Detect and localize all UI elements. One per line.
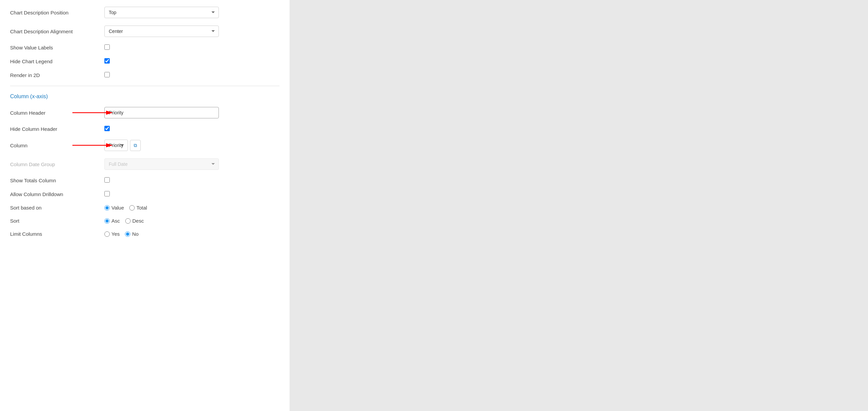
column-date-group-label: Column Date Group (10, 162, 104, 167)
sort-options: Asc Desc (104, 218, 144, 224)
show-totals-column-label: Show Totals Column (10, 178, 104, 183)
column-field-control: Priority ⧉ (104, 140, 141, 151)
allow-column-drilldown-row: Allow Column Drilldown (10, 191, 279, 198)
chart-description-position-row: Chart Description Position TopBottomLeft… (10, 7, 279, 18)
hide-column-header-row: Hide Column Header (10, 126, 279, 132)
sort-asc-option[interactable]: Asc (104, 218, 120, 224)
show-totals-column-control (104, 177, 219, 184)
allow-column-drilldown-checkbox[interactable] (104, 191, 110, 197)
limit-columns-yes-radio[interactable] (104, 231, 110, 237)
sort-desc-label: Desc (132, 218, 144, 224)
sort-desc-radio[interactable] (125, 218, 131, 224)
sort-based-on-value-option[interactable]: Value (104, 205, 124, 210)
sort-asc-radio[interactable] (104, 218, 110, 224)
limit-columns-no-radio[interactable] (125, 231, 130, 237)
hide-column-header-control (104, 126, 219, 132)
limit-columns-no-label: No (132, 231, 138, 237)
sort-based-on-value-label: Value (112, 205, 124, 210)
chart-description-alignment-control: CenterLeftRight (104, 26, 219, 37)
external-link-icon: ⧉ (134, 143, 137, 148)
limit-columns-yes-label: Yes (112, 231, 120, 237)
sort-label: Sort (10, 218, 104, 224)
show-value-labels-control (104, 44, 219, 51)
right-panel (289, 0, 868, 411)
render-in-2d-label: Render in 2D (10, 72, 104, 78)
show-totals-column-row: Show Totals Column (10, 177, 279, 184)
chart-description-position-select[interactable]: TopBottomLeftRight (104, 7, 219, 18)
hide-column-header-label: Hide Column Header (10, 126, 104, 132)
sort-row: Sort Asc Desc (10, 218, 279, 224)
column-section-title: Column (x-axis) (10, 94, 279, 100)
hide-chart-legend-row: Hide Chart Legend (10, 58, 279, 65)
sort-based-on-value-radio[interactable] (104, 205, 110, 210)
column-header-control: Priority (104, 107, 219, 118)
sort-based-on-total-option[interactable]: Total (129, 205, 147, 210)
limit-columns-no-option[interactable]: No (125, 231, 138, 237)
column-external-link-button[interactable]: ⧉ (130, 140, 141, 151)
sort-based-on-row: Sort based on Value Total (10, 205, 279, 210)
show-value-labels-checkbox[interactable] (104, 44, 110, 50)
hide-chart-legend-control (104, 58, 219, 65)
column-header-row: Column Header Priority (10, 107, 279, 118)
hide-chart-legend-label: Hide Chart Legend (10, 59, 104, 64)
sort-desc-option[interactable]: Desc (125, 218, 144, 224)
chart-description-alignment-label: Chart Description Alignment (10, 29, 104, 34)
column-date-group-select[interactable]: Full Date (104, 159, 219, 170)
chart-description-position-label: Chart Description Position (10, 10, 104, 15)
limit-columns-row: Limit Columns Yes No (10, 231, 279, 237)
limit-columns-options: Yes No (104, 231, 139, 237)
column-header-input[interactable]: Priority (104, 107, 219, 118)
allow-column-drilldown-control (104, 191, 219, 198)
column-header-label: Column Header (10, 110, 104, 116)
hide-chart-legend-checkbox[interactable] (104, 58, 110, 64)
settings-panel: Chart Description Position TopBottomLeft… (0, 0, 289, 411)
section-divider (10, 86, 279, 86)
column-field-label: Column (10, 143, 104, 148)
sort-asc-label: Asc (112, 218, 120, 224)
column-date-group-row: Column Date Group Full Date (10, 159, 279, 170)
show-value-labels-row: Show Value Labels (10, 44, 279, 51)
column-row: Column Priority ⧉ (10, 140, 279, 151)
allow-column-drilldown-label: Allow Column Drilldown (10, 192, 104, 197)
sort-based-on-options: Value Total (104, 205, 147, 210)
limit-columns-yes-option[interactable]: Yes (104, 231, 120, 237)
limit-columns-label: Limit Columns (10, 231, 104, 237)
sort-based-on-total-radio[interactable] (129, 205, 135, 210)
show-value-labels-label: Show Value Labels (10, 45, 104, 50)
sort-based-on-total-label: Total (136, 205, 147, 210)
render-in-2d-checkbox[interactable] (104, 72, 110, 77)
show-totals-column-checkbox[interactable] (104, 177, 110, 183)
render-in-2d-row: Render in 2D (10, 72, 279, 78)
chart-description-alignment-select[interactable]: CenterLeftRight (104, 26, 219, 37)
chart-description-alignment-row: Chart Description Alignment CenterLeftRi… (10, 26, 279, 37)
chart-description-position-control: TopBottomLeftRight (104, 7, 219, 18)
column-field-select[interactable]: Priority (104, 140, 128, 151)
sort-based-on-label: Sort based on (10, 205, 104, 210)
render-in-2d-control (104, 72, 219, 78)
hide-column-header-checkbox[interactable] (104, 126, 110, 131)
column-date-group-control: Full Date (104, 159, 219, 170)
